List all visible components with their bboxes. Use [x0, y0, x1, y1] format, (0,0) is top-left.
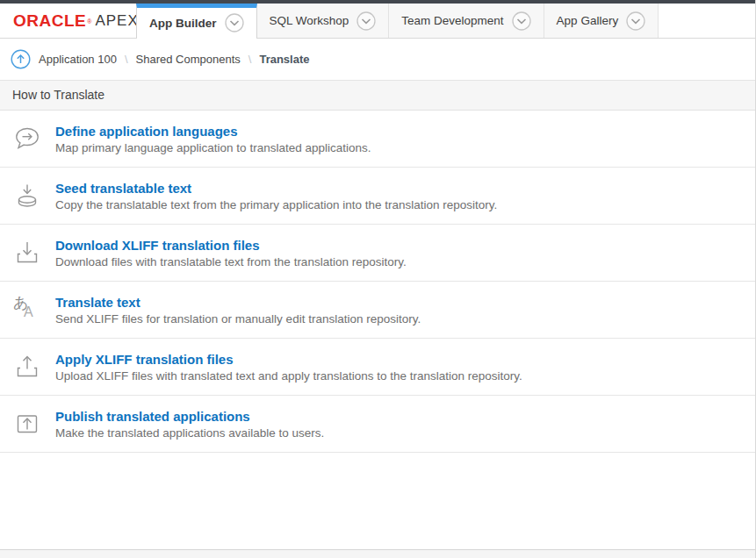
- chevron-down-icon[interactable]: [356, 11, 376, 31]
- tab-sql-workshop-label: SQL Workshop: [270, 14, 349, 27]
- publish-icon: [12, 409, 42, 439]
- upload-icon: [12, 352, 42, 382]
- breadcrumb: Application 100 \ Shared Components \ Tr…: [0, 39, 755, 81]
- breadcrumb-translate: Translate: [259, 53, 309, 66]
- tab-app-gallery-label: App Gallery: [557, 14, 619, 27]
- tab-sql-workshop[interactable]: SQL Workshop: [257, 4, 390, 38]
- main-nav-tabs: App Builder SQL Workshop: [136, 4, 659, 38]
- define-application-languages-desc: Map primary language application to tran…: [55, 141, 371, 154]
- tab-team-development[interactable]: Team Development: [389, 4, 544, 38]
- howto-item-text: Download XLIFF translation files Downloa…: [55, 238, 407, 268]
- download-xliff-desc: Download files with translatable text fr…: [55, 255, 407, 268]
- apply-xliff-link[interactable]: Apply XLIFF translation files: [55, 352, 522, 367]
- publish-translated-desc: Make the translated applications availab…: [55, 426, 324, 440]
- up-level-icon[interactable]: [11, 49, 31, 69]
- howto-item-text: Publish translated applications Make the…: [55, 409, 324, 440]
- breadcrumb-application[interactable]: Application 100: [39, 53, 117, 66]
- breadcrumb-shared-components[interactable]: Shared Components: [136, 53, 241, 66]
- apex-translate-page: ORACLE ® APEX App Builder SQL Workshop: [0, 0, 756, 558]
- registered-mark: ®: [87, 18, 91, 26]
- howto-item-text: Translate text Send XLIFF files for tran…: [55, 295, 421, 326]
- translate-text-desc: Send XLIFF files for translation or manu…: [55, 312, 421, 326]
- publish-translated-link[interactable]: Publish translated applications: [55, 409, 324, 424]
- howto-item-seed-text: Seed translatable text Copy the translat…: [0, 168, 755, 225]
- howto-item-text: Apply XLIFF translation files Upload XLI…: [55, 352, 522, 383]
- footer-bar: [0, 549, 755, 558]
- latin-a-glyph: A: [24, 304, 33, 320]
- howto-item-text: Define application languages Map primary…: [55, 124, 371, 154]
- howto-item-publish: Publish translated applications Make the…: [0, 396, 755, 453]
- howto-item-translate-text: あ A Translate text Send XLIFF files for …: [0, 282, 755, 339]
- section-title: How to Translate: [0, 81, 755, 111]
- seed-translatable-text-link[interactable]: Seed translatable text: [55, 181, 497, 196]
- seed-translatable-text-desc: Copy the translatable text from the prim…: [55, 198, 497, 211]
- define-application-languages-link[interactable]: Define application languages: [55, 124, 371, 139]
- chevron-down-icon[interactable]: [512, 11, 531, 31]
- oracle-apex-logo[interactable]: ORACLE ® APEX: [0, 4, 136, 38]
- chevron-down-icon[interactable]: [225, 13, 244, 32]
- download-xliff-link[interactable]: Download XLIFF translation files: [55, 238, 407, 253]
- apex-wordmark: APEX: [95, 12, 138, 30]
- tab-app-builder-label: App Builder: [149, 17, 217, 30]
- translate-text-link[interactable]: Translate text: [55, 295, 421, 310]
- howto-item-text: Seed translatable text Copy the translat…: [55, 181, 497, 211]
- seed-database-icon: [12, 181, 42, 211]
- app-header: ORACLE ® APEX App Builder SQL Workshop: [0, 4, 755, 39]
- oracle-wordmark: ORACLE: [13, 11, 86, 31]
- apply-xliff-desc: Upload XLIFF files with translated text …: [55, 369, 522, 383]
- download-icon: [12, 238, 42, 268]
- tab-team-development-label: Team Development: [401, 14, 503, 27]
- comment-arrow-icon: [12, 124, 42, 154]
- howto-item-download-xliff: Download XLIFF translation files Downloa…: [0, 225, 755, 282]
- chevron-down-icon[interactable]: [626, 11, 645, 31]
- tab-app-builder[interactable]: App Builder: [136, 4, 257, 38]
- howto-item-define-languages: Define application languages Map primary…: [0, 111, 755, 168]
- breadcrumb-separator: \: [248, 53, 252, 66]
- tab-app-gallery[interactable]: App Gallery: [544, 4, 659, 38]
- howto-item-apply-xliff: Apply XLIFF translation files Upload XLI…: [0, 339, 755, 396]
- breadcrumb-separator: \: [125, 53, 128, 66]
- translate-characters-icon: あ A: [12, 295, 42, 325]
